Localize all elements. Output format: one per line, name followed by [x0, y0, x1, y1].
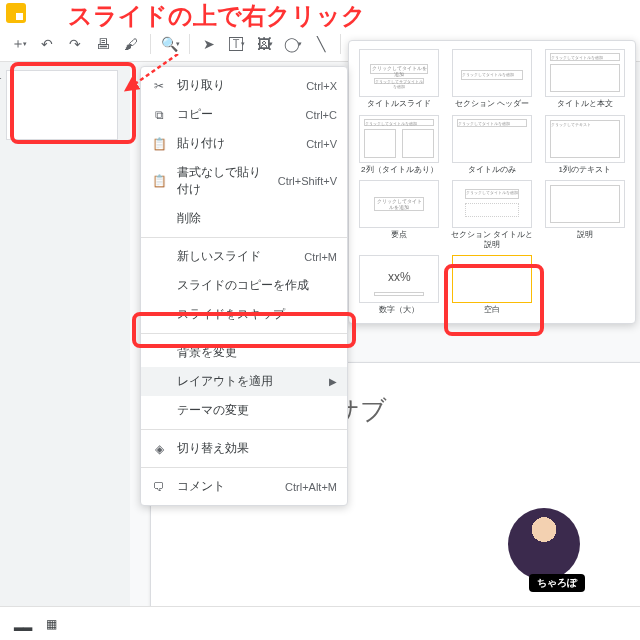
app-logo-icon: [6, 3, 26, 23]
layout-big-number[interactable]: xx% 数字（大）: [357, 255, 442, 315]
menu-change-background[interactable]: 背景を変更: [141, 338, 347, 367]
select-tool[interactable]: ➤: [196, 31, 222, 57]
redo-button[interactable]: ↷: [62, 31, 88, 57]
layout-title-slide[interactable]: クリックしてタイトルを追加クリックしてサブタイトルを追加 タイトルスライド: [357, 49, 442, 109]
menu-cut[interactable]: ✂切り取りCtrl+X: [141, 71, 347, 100]
layout-gallery: クリックしてタイトルを追加クリックしてサブタイトルを追加 タイトルスライド クリ…: [348, 40, 636, 324]
cut-icon: ✂: [151, 79, 167, 93]
context-menu: ✂切り取りCtrl+X ⧉コピーCtrl+C 📋貼り付けCtrl+V 📋書式なし…: [140, 66, 348, 506]
menu-paste[interactable]: 📋貼り付けCtrl+V: [141, 129, 347, 158]
menu-transition[interactable]: ◈切り替え効果: [141, 434, 347, 463]
line-tool[interactable]: ╲: [308, 31, 334, 57]
layout-section-title-desc[interactable]: クリックしてタイトルを追加 セクション タイトルと説明: [450, 180, 535, 249]
image-tool[interactable]: 🖼▾: [252, 31, 278, 57]
menu-comment[interactable]: 🗨コメントCtrl+Alt+M: [141, 472, 347, 501]
layout-section-header[interactable]: クリックしてタイトルを追加 セクション ヘッダー: [450, 49, 535, 109]
layout-blank[interactable]: 空白: [450, 255, 535, 315]
textbox-tool[interactable]: 🅃▾: [224, 31, 250, 57]
slide-number: 1: [0, 70, 2, 81]
menu-apply-layout[interactable]: レイアウトを適用▶: [141, 367, 347, 396]
print-button[interactable]: 🖶: [90, 31, 116, 57]
grid-view-icon[interactable]: ▦: [46, 617, 57, 631]
new-slide-button[interactable]: ＋▾: [6, 31, 32, 57]
shape-tool[interactable]: ◯▾: [280, 31, 306, 57]
submenu-arrow-icon: ▶: [329, 376, 337, 387]
slide-panel[interactable]: 1: [0, 62, 130, 606]
layout-title-only[interactable]: クリックしてタイトルを追加 タイトルのみ: [450, 115, 535, 175]
slide-thumbnail-1[interactable]: [6, 70, 118, 140]
transition-icon: ◈: [151, 442, 167, 456]
filmstrip-view-icon[interactable]: ▂▂: [14, 617, 32, 631]
zoom-button[interactable]: 🔍▾: [157, 31, 183, 57]
bottom-bar: ▂▂ ▦: [0, 606, 640, 640]
menu-skip-slide[interactable]: スライドをスキップ: [141, 300, 347, 329]
paint-format-button[interactable]: 🖌: [118, 31, 144, 57]
menu-duplicate-slide[interactable]: スライドのコピーを作成: [141, 271, 347, 300]
layout-two-columns[interactable]: クリックしてタイトルを追加 2列（タイトルあり）: [357, 115, 442, 175]
layout-main-point[interactable]: クリックしてタイトルを追加 要点: [357, 180, 442, 249]
paste-plain-icon: 📋: [151, 174, 167, 188]
undo-button[interactable]: ↶: [34, 31, 60, 57]
menu-paste-plain[interactable]: 📋書式なしで貼り付けCtrl+Shift+V: [141, 158, 347, 204]
menu-new-slide[interactable]: 新しいスライドCtrl+M: [141, 242, 347, 271]
menu-delete[interactable]: 削除: [141, 204, 347, 233]
menu-change-theme[interactable]: テーマの変更: [141, 396, 347, 425]
avatar: [508, 508, 580, 580]
copy-icon: ⧉: [151, 108, 167, 122]
paste-icon: 📋: [151, 137, 167, 151]
layout-caption[interactable]: 説明: [542, 180, 627, 249]
comment-icon: 🗨: [151, 480, 167, 494]
layout-title-body[interactable]: クリックしてタイトルを追加 タイトルと本文: [542, 49, 627, 109]
avatar-name: ちゃろぽ: [529, 574, 585, 592]
menu-copy[interactable]: ⧉コピーCtrl+C: [141, 100, 347, 129]
layout-one-column[interactable]: クリックしてテキスト 1列のテキスト: [542, 115, 627, 175]
